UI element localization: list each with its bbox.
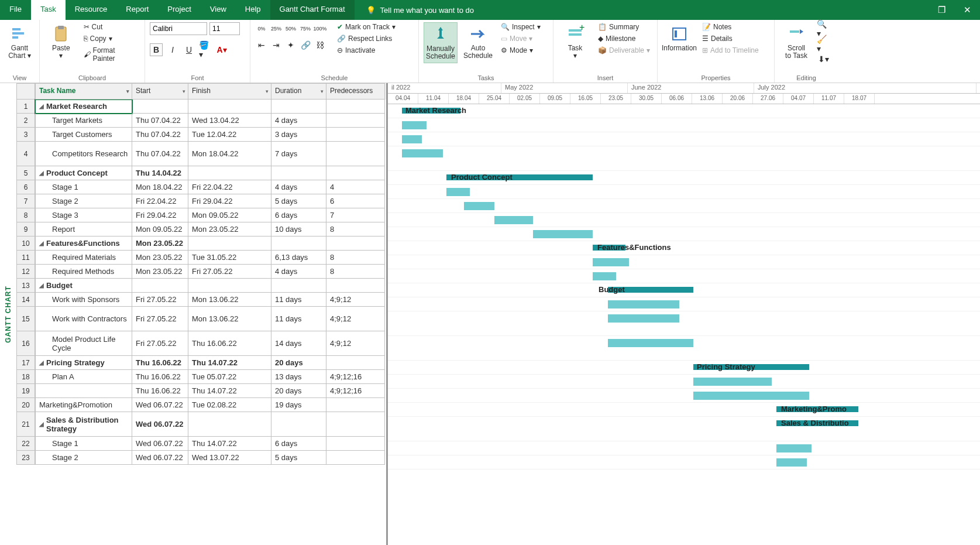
cell-predecessors[interactable]: 4;9;12;16 xyxy=(326,370,385,384)
cell-finish[interactable] xyxy=(188,412,271,437)
table-row[interactable]: Stage 2Wed 06.07.22Wed 13.07.225 days xyxy=(35,451,386,465)
tell-me[interactable]: 💡 Tell me what you want to do xyxy=(355,0,474,20)
cell-task[interactable]: ◢Pricing Strategy xyxy=(35,356,132,370)
tab-view[interactable]: View xyxy=(201,0,236,20)
cell-duration[interactable]: 7 days xyxy=(271,142,326,166)
col-duration[interactable]: Duration▾ xyxy=(271,83,326,100)
cell-start[interactable]: Fri 27.05.22 xyxy=(132,331,188,356)
cell-start[interactable]: Wed 06.07.22 xyxy=(132,398,188,412)
cell-task[interactable]: Target Customers xyxy=(35,128,132,142)
row-number[interactable]: 3 xyxy=(16,128,35,142)
row-number[interactable]: 1 xyxy=(16,100,35,114)
row-number[interactable]: 22 xyxy=(16,437,35,451)
cut-button[interactable]: ✂Cut xyxy=(81,22,140,32)
row-number[interactable]: 10 xyxy=(16,236,35,251)
cell-task[interactable]: Marketing&Promotion xyxy=(35,398,132,412)
cell-task[interactable]: ◢Budget xyxy=(35,279,132,293)
cell-finish[interactable] xyxy=(188,236,271,251)
cell-start[interactable]: Mon 09.05.22 xyxy=(132,222,188,236)
indent-button[interactable]: ⇥ xyxy=(270,39,283,52)
cell-start[interactable]: Thu 07.04.22 xyxy=(132,114,188,128)
cell-finish[interactable]: Wed 13.04.22 xyxy=(188,114,271,128)
cell-task[interactable]: Stage 1 xyxy=(35,180,132,194)
cell-predecessors[interactable] xyxy=(326,128,385,142)
cell-finish[interactable]: Mon 18.04.22 xyxy=(188,142,271,166)
table-row[interactable]: ◢Pricing StrategyThu 16.06.22Thu 14.07.2… xyxy=(35,356,386,370)
table-row[interactable]: Model Product Life CycleFri 27.05.22Thu … xyxy=(35,331,386,356)
table-row[interactable]: Stage 2Fri 22.04.22Fri 29.04.225 days6 xyxy=(35,194,386,208)
cell-predecessors[interactable]: 7 xyxy=(326,208,385,222)
bold-button[interactable]: B xyxy=(150,43,163,56)
cell-finish[interactable]: Fri 29.04.22 xyxy=(188,194,271,208)
unlink-button[interactable]: ⛓ xyxy=(314,39,326,52)
cell-duration[interactable]: 4 days xyxy=(271,180,326,194)
row-number[interactable]: 9 xyxy=(16,222,35,236)
gantt-task-bar[interactable] xyxy=(693,392,809,400)
underline-button[interactable]: U xyxy=(183,43,195,56)
cell-start[interactable]: Fri 27.05.22 xyxy=(132,307,188,331)
pct-75-button[interactable]: 75% xyxy=(299,22,312,35)
cell-finish[interactable]: Thu 16.06.22 xyxy=(188,331,271,356)
gantt-task-bar[interactable] xyxy=(446,188,470,196)
fill-button[interactable]: ⬇▾ xyxy=(817,53,830,66)
cell-predecessors[interactable]: 8 xyxy=(326,251,385,265)
cell-start[interactable]: Thu 07.04.22 xyxy=(132,128,188,142)
window-restore-icon[interactable]: ❐ xyxy=(929,0,954,20)
font-size-input[interactable] xyxy=(209,22,240,35)
cell-finish[interactable]: Mon 13.06.22 xyxy=(188,293,271,307)
cell-task[interactable]: Stage 2 xyxy=(35,194,132,208)
cell-predecessors[interactable] xyxy=(326,166,385,180)
gantt-task-bar[interactable] xyxy=(608,314,679,323)
gantt-task-bar[interactable] xyxy=(494,216,533,224)
tab-report[interactable]: Report xyxy=(116,0,158,20)
row-number[interactable]: 15 xyxy=(16,307,35,331)
cell-task[interactable]: Work with Contractors xyxy=(35,307,132,331)
cell-duration[interactable]: 5 days xyxy=(271,451,326,465)
cell-finish[interactable]: Tue 31.05.22 xyxy=(188,251,271,265)
cell-task[interactable] xyxy=(35,384,132,398)
link-button[interactable]: 🔗 xyxy=(299,39,312,52)
cell-start[interactable]: Wed 06.07.22 xyxy=(132,412,188,437)
move-button[interactable]: ▭Move ▾ xyxy=(498,34,543,43)
cell-finish[interactable]: Mon 13.06.22 xyxy=(188,307,271,331)
cell-duration[interactable]: 6 days xyxy=(271,437,326,451)
cell-duration[interactable] xyxy=(271,100,326,114)
cell-predecessors[interactable]: 6 xyxy=(326,194,385,208)
cell-finish[interactable]: Fri 27.05.22 xyxy=(188,265,271,279)
table-row[interactable]: Required MethodsMon 23.05.22Fri 27.05.22… xyxy=(35,265,386,279)
cell-finish[interactable]: Fri 22.04.22 xyxy=(188,180,271,194)
cell-task[interactable]: Plan A xyxy=(35,370,132,384)
respect-links-button[interactable]: 🔗Respect Links xyxy=(335,34,398,43)
add-timeline-button[interactable]: ⊞Add to Timeline xyxy=(700,46,761,55)
tab-gantt-format[interactable]: Gantt Chart Format xyxy=(270,0,355,20)
format-painter-button[interactable]: 🖌Format Painter xyxy=(81,46,140,63)
gantt-task-bar[interactable] xyxy=(402,135,422,143)
gantt-task-bar[interactable] xyxy=(693,378,772,386)
gantt-task-bar[interactable] xyxy=(402,121,427,129)
pct-25-button[interactable]: 25% xyxy=(270,22,283,35)
cell-predecessors[interactable]: 4 xyxy=(326,180,385,194)
col-task-name[interactable]: Task Name▾ xyxy=(35,83,132,100)
tab-file[interactable]: File xyxy=(0,0,31,20)
table-row[interactable]: ◢Market Research xyxy=(35,100,386,114)
split-button[interactable]: ✦ xyxy=(284,39,297,52)
cell-duration[interactable]: 4 days xyxy=(271,265,326,279)
cell-start[interactable]: Thu 16.06.22 xyxy=(132,370,188,384)
col-predecessors[interactable]: Predecessors xyxy=(326,83,385,100)
cell-predecessors[interactable]: 4;9;12 xyxy=(326,293,385,307)
cell-task[interactable]: Work with Sponsors xyxy=(35,293,132,307)
cell-start[interactable]: Mon 23.05.22 xyxy=(132,251,188,265)
gantt-task-bar[interactable] xyxy=(608,300,679,309)
cell-finish[interactable]: Tue 12.04.22 xyxy=(188,128,271,142)
tab-task[interactable]: Task xyxy=(31,0,66,20)
gantt-task-bar[interactable] xyxy=(402,149,443,157)
milestone-button[interactable]: ◆Milestone xyxy=(596,34,652,43)
col-start[interactable]: Start▾ xyxy=(132,83,188,100)
cell-duration[interactable]: 20 days xyxy=(271,384,326,398)
mode-button[interactable]: ⚙Mode ▾ xyxy=(498,46,543,55)
cell-predecessors[interactable] xyxy=(326,142,385,166)
cell-predecessors[interactable] xyxy=(326,451,385,465)
cell-finish[interactable]: Mon 23.05.22 xyxy=(188,222,271,236)
outdent-button[interactable]: ⇤ xyxy=(255,39,268,52)
table-row[interactable]: Stage 1Mon 18.04.22Fri 22.04.224 days4 xyxy=(35,180,386,194)
